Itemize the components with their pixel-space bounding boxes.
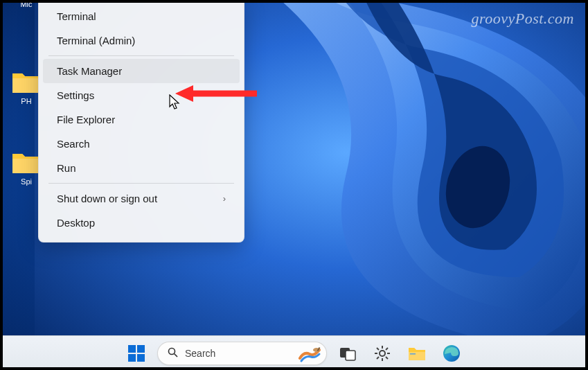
menu-item-terminal[interactable]: Terminal bbox=[43, 4, 240, 28]
menu-item-label: Terminal bbox=[57, 10, 96, 22]
svg-rect-13 bbox=[346, 351, 355, 360]
menu-item-label: Terminal (Admin) bbox=[57, 35, 135, 46]
svg-line-9 bbox=[175, 353, 178, 357]
menu-item-label: Settings bbox=[57, 89, 94, 101]
menu-item-task-manager[interactable]: Task Manager bbox=[43, 59, 240, 83]
mouse-cursor-icon bbox=[169, 94, 181, 111]
edge-button[interactable] bbox=[438, 340, 465, 367]
start-button[interactable] bbox=[123, 340, 150, 367]
menu-item-terminal-admin[interactable]: Terminal (Admin) bbox=[43, 28, 240, 53]
svg-point-14 bbox=[380, 351, 385, 356]
task-view-button[interactable] bbox=[334, 340, 362, 367]
menu-item-run[interactable]: Run bbox=[43, 156, 240, 180]
folder-icon bbox=[11, 69, 42, 94]
folder-icon bbox=[11, 150, 42, 175]
winx-context-menu: Terminal Terminal (Admin) Task Manager S… bbox=[38, 0, 244, 243]
windows-logo-icon bbox=[127, 344, 145, 362]
svg-rect-5 bbox=[137, 345, 145, 353]
svg-line-21 bbox=[377, 357, 379, 359]
menu-item-desktop[interactable]: Desktop bbox=[43, 211, 240, 235]
search-icon bbox=[168, 347, 178, 360]
menu-separator bbox=[48, 55, 234, 56]
edge-icon bbox=[442, 344, 461, 363]
file-explorer-button[interactable] bbox=[403, 340, 431, 367]
svg-rect-7 bbox=[137, 354, 145, 362]
watermark: groovyPost.com bbox=[471, 10, 574, 28]
menu-item-label: Desktop bbox=[57, 217, 95, 229]
chevron-right-icon: › bbox=[223, 193, 226, 204]
menu-item-label: Task Manager bbox=[57, 65, 122, 77]
svg-line-22 bbox=[386, 348, 388, 350]
menu-item-file-explorer[interactable]: File Explorer bbox=[43, 107, 240, 132]
menu-item-shutdown[interactable]: Shut down or sign out › bbox=[43, 186, 240, 211]
menu-item-search[interactable]: Search bbox=[43, 132, 240, 156]
svg-rect-23 bbox=[410, 353, 416, 355]
svg-rect-6 bbox=[128, 354, 136, 362]
gear-icon bbox=[373, 344, 391, 362]
menu-separator bbox=[48, 183, 234, 184]
svg-rect-4 bbox=[128, 345, 136, 353]
menu-item-label: Shut down or sign out bbox=[57, 193, 157, 204]
menu-item-label: Search bbox=[57, 138, 90, 150]
svg-line-19 bbox=[377, 348, 379, 350]
taskbar: Search bbox=[0, 335, 588, 370]
taskbar-search[interactable]: Search bbox=[157, 342, 327, 365]
folder-icon bbox=[407, 345, 427, 362]
settings-button[interactable] bbox=[368, 340, 396, 367]
search-placeholder: Search bbox=[185, 348, 215, 359]
svg-point-8 bbox=[169, 348, 175, 354]
menu-item-label: File Explorer bbox=[57, 114, 115, 125]
menu-item-label: Run bbox=[57, 162, 76, 174]
task-view-icon bbox=[339, 346, 356, 361]
annotation-arrow-icon bbox=[175, 83, 258, 104]
svg-line-20 bbox=[386, 357, 388, 359]
paint-decoration-icon bbox=[299, 344, 322, 364]
